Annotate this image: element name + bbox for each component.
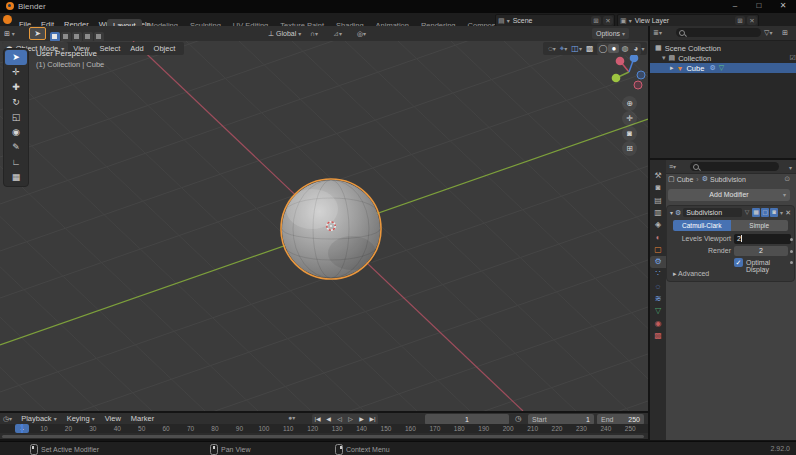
expand-icon[interactable]: ▾ <box>662 54 666 62</box>
play-button[interactable]: ▷ <box>345 414 356 425</box>
new-collection-button[interactable]: ⊞ <box>782 29 788 37</box>
properties-tab-object[interactable]: ▢ <box>650 244 666 256</box>
timeline-scrollbar[interactable] <box>2 435 644 439</box>
scene-new-icon[interactable]: ⊞ <box>591 16 601 25</box>
menu-playback[interactable]: Playback ▾ <box>16 414 62 423</box>
transform-orientation-dropdown[interactable]: ⊥ Global ▾ <box>268 28 301 39</box>
next-keyframe-button[interactable]: ▶ <box>356 414 367 425</box>
add-modifier-button[interactable]: Add Modifier ▾ <box>668 189 790 201</box>
outliner-row-cube[interactable]: ▸ ▼ Cube ⚙ ▽ ◉ <box>650 63 796 73</box>
app-menu-icon[interactable] <box>3 15 12 24</box>
timeline-editor-icon[interactable]: ◷▾ <box>3 415 12 423</box>
visibility-dropdown[interactable]: ◌▾ <box>546 44 558 53</box>
collapse-icon[interactable]: ▾ <box>670 209 673 216</box>
viewport-canvas[interactable] <box>0 41 648 411</box>
use-preview-range-icon[interactable]: ◷ <box>515 414 522 423</box>
animate-dot[interactable] <box>790 250 793 253</box>
nav-zoom-button[interactable]: ⊕ <box>622 96 637 111</box>
shading-dropdown[interactable]: ▾ <box>641 45 644 52</box>
shading-solid-button[interactable]: ● <box>608 44 619 53</box>
jump-to-start-button[interactable]: |◀ <box>312 414 323 425</box>
minimize-button[interactable]: – <box>724 0 746 12</box>
properties-options-dropdown[interactable]: ▾ <box>789 164 792 171</box>
tool-transform[interactable]: ◉ <box>5 125 27 140</box>
menu-select[interactable]: Select <box>94 44 125 53</box>
nav-camera-view-button[interactable]: ◙ <box>622 126 637 141</box>
scene-unlink-icon[interactable]: ✕ <box>603 16 613 25</box>
breadcrumb-modifier[interactable]: Subdivision <box>710 176 746 183</box>
extras-dropdown[interactable]: ▾ <box>780 209 783 216</box>
snap-toggle[interactable]: ∩▾ <box>310 28 318 39</box>
properties-tab-scene[interactable]: ◈ <box>650 219 666 231</box>
realtime-toggle[interactable]: ▢ <box>761 208 769 217</box>
modifier-name-field[interactable]: Subdivision <box>683 208 742 217</box>
jump-to-end-button[interactable]: ▶| <box>367 414 378 425</box>
properties-tab-tool[interactable]: ⚒ <box>650 170 666 182</box>
breadcrumb-object[interactable]: Cube <box>677 176 694 183</box>
frame-start-field[interactable]: Start 1 <box>528 414 594 425</box>
properties-editor-icon[interactable]: ≡▾ <box>669 163 676 170</box>
tool-select-box[interactable]: ➤ <box>5 50 27 65</box>
shading-material-preview-button[interactable]: ◍ <box>619 44 630 53</box>
simple-button[interactable]: Simple <box>731 220 789 231</box>
nav-toggle-perspective-button[interactable]: ⊞ <box>622 141 637 156</box>
edit-mode-toggle[interactable]: ▦ <box>752 208 760 217</box>
nav-pan-button[interactable]: ✛ <box>622 111 637 126</box>
advanced-section-header[interactable]: ▸ Advanced <box>673 270 709 278</box>
timeline-track-area[interactable] <box>0 433 648 439</box>
properties-tab-output[interactable]: ▤ <box>650 195 666 207</box>
current-frame-field[interactable]: 1 <box>425 414 509 425</box>
expand-icon[interactable]: ▸ <box>670 64 674 72</box>
properties-tab-world[interactable]: ◐ <box>650 232 666 244</box>
snap-target-dropdown[interactable]: ⊿▾ <box>333 28 342 39</box>
maximize-button[interactable]: □ <box>748 0 770 12</box>
gizmos-toggle[interactable]: ⌖▾ <box>558 44 570 54</box>
active-tool-button[interactable]: ➤ <box>29 27 46 40</box>
filter-dropdown[interactable]: ▽▾ <box>764 29 772 37</box>
render-toggle[interactable]: ◙ <box>770 208 778 217</box>
menu-keying[interactable]: Keying ▾ <box>62 414 100 423</box>
menu-view-timeline[interactable]: View <box>100 414 126 423</box>
menu-add[interactable]: Add <box>125 44 148 53</box>
render-levels-field[interactable]: 2 <box>734 246 788 256</box>
properties-tab-material[interactable]: ◉ <box>650 318 666 330</box>
xray-toggle[interactable]: ▩ <box>584 44 596 53</box>
shading-rendered-button[interactable]: ◕ <box>630 44 641 53</box>
prev-frame-button[interactable]: ◁ <box>334 414 345 425</box>
properties-tab-physics[interactable]: ◌ <box>650 281 666 293</box>
pin-icon[interactable]: ⊙ <box>784 175 790 183</box>
levels-viewport-field[interactable]: 2 <box>734 234 791 244</box>
proportional-editing-toggle[interactable]: ◎▾ <box>357 28 366 39</box>
outliner-display-mode-dropdown[interactable]: ≣▾ <box>653 29 662 37</box>
viewport-3d[interactable]: ⊞ ▾ ➤ ⊥ Global ▾ ∩▾ ⊿▾ ◎▾ Options ▾ <box>0 26 648 411</box>
properties-search-input[interactable] <box>690 162 779 171</box>
animate-dot[interactable] <box>790 261 793 264</box>
properties-tab-modifiers[interactable]: ⚙ <box>650 256 666 268</box>
outliner-search-input[interactable] <box>676 28 761 37</box>
editor-type-button[interactable]: ⊞ ▾ <box>4 28 15 39</box>
on-cage-toggle[interactable]: ▽ <box>743 208 751 217</box>
outliner-row-scene-collection[interactable]: ▦ Scene Collection <box>650 43 796 53</box>
tool-scale[interactable]: ◱ <box>5 110 27 125</box>
auto-keying-toggle[interactable]: ●▾ <box>288 414 295 421</box>
close-button[interactable]: ✕ <box>772 0 794 12</box>
tool-measure[interactable]: ∟ <box>5 155 27 170</box>
collection-checkbox[interactable]: ☑ <box>790 54 796 62</box>
tool-cursor[interactable]: ✛ <box>5 65 27 80</box>
shading-wireframe-button[interactable]: ◯ <box>597 44 608 53</box>
tool-annotate[interactable]: ✎ <box>5 140 27 155</box>
tool-add-cube[interactable]: ▦ <box>5 170 27 185</box>
properties-tab-object-data[interactable]: ▽ <box>650 305 666 317</box>
optimal-display-checkbox[interactable]: ✓ <box>734 258 743 267</box>
view-layer-remove-icon[interactable]: ✕ <box>747 16 757 25</box>
frame-end-field[interactable]: End 250 <box>597 414 644 425</box>
tool-move[interactable]: ✚ <box>5 80 27 95</box>
delete-modifier-icon[interactable]: ✕ <box>785 209 791 217</box>
timeline-ruler[interactable]: 1 10203040506070809010011012013014015016… <box>0 424 648 433</box>
animate-dot[interactable] <box>790 238 793 241</box>
properties-tab-particles[interactable]: ∵ <box>650 268 666 280</box>
properties-tab-view-layer[interactable]: ▥ <box>650 207 666 219</box>
overlays-toggle[interactable]: ◫▾ <box>569 44 584 53</box>
menu-marker[interactable]: Marker <box>126 414 159 423</box>
tool-rotate[interactable]: ↻ <box>5 95 27 110</box>
